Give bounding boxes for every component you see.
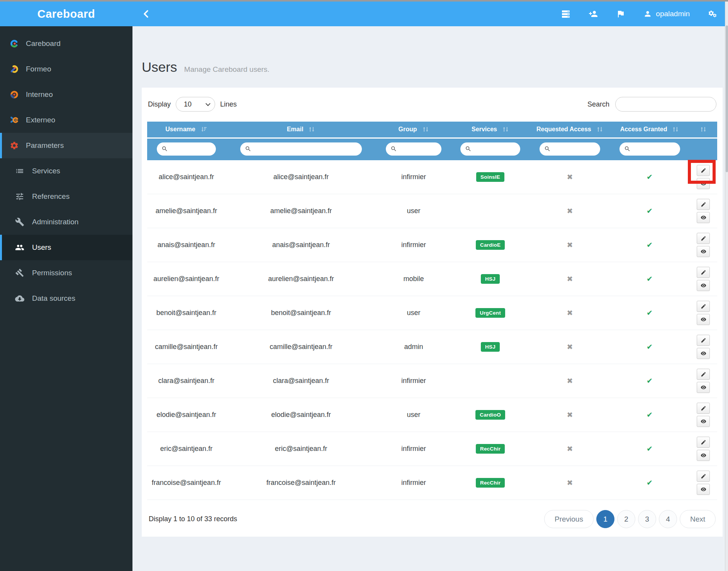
sidebar-item-label: Careboard bbox=[26, 39, 61, 48]
services-filter-input[interactable] bbox=[474, 146, 517, 152]
access-granted-mark: ✔ bbox=[647, 444, 653, 453]
cell-username: clara@saintjean.fr bbox=[147, 364, 226, 398]
view-button[interactable] bbox=[697, 212, 710, 223]
pagination-page-4[interactable]: 4 bbox=[659, 510, 677, 528]
username-filter-input[interactable] bbox=[170, 146, 212, 152]
edit-button[interactable] bbox=[697, 233, 710, 244]
eye-icon bbox=[701, 317, 706, 322]
sidebar-item-label: Administration bbox=[32, 218, 78, 226]
flag-button[interactable] bbox=[616, 9, 625, 19]
sidebar-item-administration[interactable]: Administration bbox=[0, 209, 132, 235]
cell-access-granted: ✔ bbox=[610, 432, 690, 466]
edit-button[interactable] bbox=[697, 301, 710, 312]
settings-button[interactable] bbox=[708, 9, 717, 19]
view-button[interactable] bbox=[697, 314, 710, 325]
cell-username: eric@saintjean.fr bbox=[147, 432, 226, 466]
edit-button[interactable] bbox=[697, 369, 710, 380]
cell-group: infirmier bbox=[377, 432, 451, 466]
sidebar-item-interneo[interactable]: Interneo bbox=[0, 82, 132, 107]
sidebar-item-careboard[interactable]: Careboard bbox=[0, 31, 132, 56]
table-row: amelie@saintjean.fr amelie@saintjean.fr … bbox=[147, 194, 717, 228]
edit-button[interactable] bbox=[697, 437, 710, 448]
column-header-username[interactable]: Username bbox=[147, 122, 226, 138]
pagination-page-3[interactable]: 3 bbox=[638, 510, 656, 528]
column-header-actions[interactable] bbox=[689, 122, 717, 138]
view-button[interactable] bbox=[697, 178, 710, 189]
users-panel: Display 10 Lines Search bbox=[142, 88, 723, 537]
table-filter-row bbox=[147, 138, 717, 160]
sidebar-item-formeo[interactable]: Formeo bbox=[0, 56, 132, 82]
sidebar-item-externeo[interactable]: Externeo bbox=[0, 107, 132, 133]
pagination-page-1[interactable]: 1 bbox=[596, 510, 614, 528]
table-search-input[interactable] bbox=[615, 97, 716, 112]
add-user-button[interactable] bbox=[589, 9, 598, 19]
sidebar-item-label: Services bbox=[32, 167, 60, 175]
column-header-email[interactable]: Email bbox=[226, 122, 377, 138]
requested-access-mark: ✖ bbox=[567, 478, 573, 487]
eye-icon bbox=[701, 181, 706, 186]
view-button[interactable] bbox=[697, 348, 710, 359]
pagination-next[interactable]: Next bbox=[680, 510, 716, 528]
table-row: camille@saintjean.fr camille@saintjean.f… bbox=[147, 330, 717, 364]
cell-username: amelie@saintjean.fr bbox=[147, 194, 226, 228]
sidebar-item-data-sources[interactable]: Data sources bbox=[0, 286, 132, 311]
column-header-group[interactable]: Group bbox=[377, 122, 451, 138]
column-header-services[interactable]: Services bbox=[451, 122, 530, 138]
group-filter-input[interactable] bbox=[399, 146, 438, 152]
requested-access-filter-input[interactable] bbox=[553, 146, 596, 152]
service-badge: HSJ bbox=[481, 342, 500, 352]
username-label: opaladmin bbox=[656, 10, 690, 18]
pagination: Previous 1 2 3 4 Next bbox=[544, 510, 716, 528]
sidebar-item-permissions[interactable]: Permissions bbox=[0, 260, 132, 286]
sidebar-item-parameters[interactable]: Parameters bbox=[0, 133, 132, 158]
column-header-access-granted[interactable]: Access Granted bbox=[610, 122, 690, 138]
cell-access-granted: ✔ bbox=[610, 228, 690, 262]
user-menu[interactable]: opaladmin bbox=[643, 10, 690, 18]
search-icon bbox=[544, 146, 551, 152]
view-button[interactable] bbox=[697, 382, 710, 393]
edit-button[interactable] bbox=[697, 267, 710, 278]
view-button[interactable] bbox=[697, 484, 710, 495]
sidebar: Careboard Careboard bbox=[0, 2, 132, 571]
cell-email: aurelien@saintjean.fr bbox=[226, 262, 377, 296]
pencil-icon bbox=[701, 303, 706, 309]
edit-button[interactable] bbox=[697, 165, 710, 176]
pagination-previous[interactable]: Previous bbox=[544, 510, 594, 528]
table-row: alice@saintjean.fr alice@saintjean.fr in… bbox=[147, 160, 717, 194]
servers-button[interactable] bbox=[561, 9, 570, 19]
users-table: Username Email Group bbox=[147, 122, 717, 500]
sidebar-collapse-button[interactable] bbox=[142, 9, 151, 19]
view-button[interactable] bbox=[697, 280, 710, 291]
pencil-icon bbox=[701, 337, 706, 343]
access-granted-filter-input[interactable] bbox=[633, 146, 676, 152]
sidebar-item-users[interactable]: Users bbox=[0, 235, 132, 260]
edit-button[interactable] bbox=[697, 199, 710, 210]
sidebar-item-references[interactable]: References bbox=[0, 184, 132, 209]
view-button[interactable] bbox=[697, 416, 710, 427]
pagination-page-2[interactable]: 2 bbox=[617, 510, 635, 528]
view-button[interactable] bbox=[697, 246, 710, 257]
edit-button[interactable] bbox=[697, 403, 710, 414]
cell-group: mobile bbox=[377, 262, 451, 296]
cell-group: user bbox=[377, 296, 451, 330]
access-granted-mark: ✔ bbox=[647, 342, 653, 351]
column-header-requested-access[interactable]: Requested Access bbox=[530, 122, 610, 138]
page-subtitle: Manage Careboard users. bbox=[184, 65, 270, 73]
sidebar-item-services[interactable]: Services bbox=[0, 158, 132, 184]
cell-username: camille@saintjean.fr bbox=[147, 330, 226, 364]
service-badge: SoinsIE bbox=[476, 172, 504, 182]
page-size-select[interactable]: 10 bbox=[176, 97, 215, 112]
pencil-icon bbox=[701, 236, 706, 241]
page-scrollbar[interactable] bbox=[725, 2, 728, 571]
edit-button[interactable] bbox=[697, 471, 710, 482]
cell-services: CardioE bbox=[451, 228, 530, 262]
content-area: Users Manage Careboard users. Display 10… bbox=[132, 26, 728, 571]
edit-button[interactable] bbox=[697, 335, 710, 346]
table-row: anais@saintjean.fr anais@saintjean.fr in… bbox=[147, 228, 717, 262]
scrollbar-thumb[interactable] bbox=[726, 25, 728, 172]
view-button[interactable] bbox=[697, 450, 710, 461]
email-filter-input[interactable] bbox=[254, 146, 358, 152]
records-summary: Display 1 to 10 of 33 records bbox=[149, 515, 237, 523]
requested-access-mark: ✖ bbox=[567, 444, 573, 453]
table-row: benoit@saintjean.fr benoit@saintjean.fr … bbox=[147, 296, 717, 330]
